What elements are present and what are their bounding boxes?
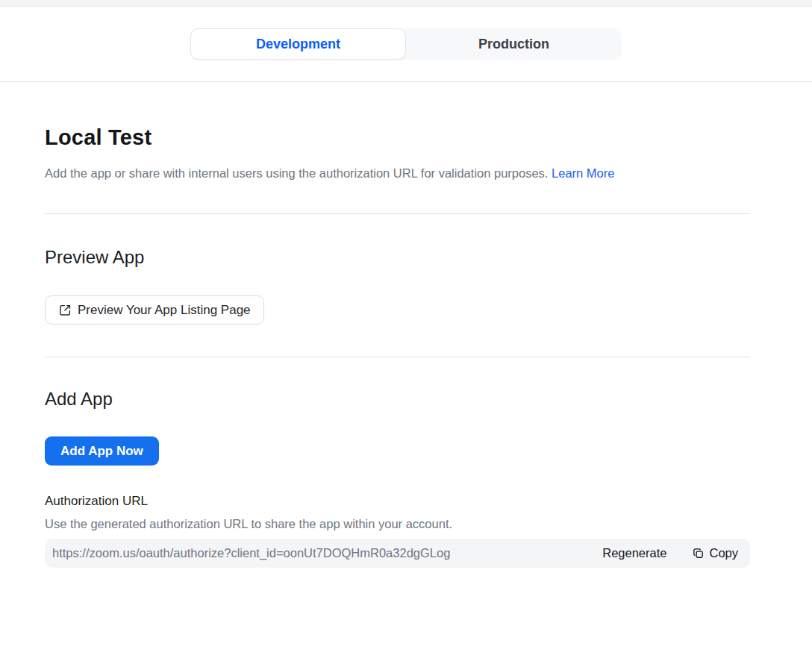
copy-icon [692,547,705,560]
preview-app-listing-button[interactable]: Preview Your App Listing Page [45,295,264,325]
tab-production-label: Production [478,37,549,52]
page-top-strip [0,0,812,7]
local-test-page: Local Test Add the app or share with int… [0,125,812,568]
add-app-now-button[interactable]: Add App Now [45,436,159,466]
preview-app-section: Preview App Preview Your App Listing Pag… [45,247,750,325]
tab-production[interactable]: Production [406,28,622,60]
authorization-url-description: Use the generated authorization URL to s… [45,517,750,531]
page-description: Add the app or share with internal users… [45,165,750,181]
preview-app-listing-label: Preview Your App Listing Page [78,303,251,318]
tab-development[interactable]: Development [190,28,406,60]
external-link-icon [58,303,72,317]
section-divider [45,357,750,357]
environment-header: Development Production [0,7,812,82]
copy-button[interactable]: Copy [692,546,738,560]
section-divider [45,213,750,214]
regenerate-button[interactable]: Regenerate [602,546,666,560]
add-app-heading: Add App [45,389,750,410]
add-app-now-label: Add App Now [60,444,143,459]
preview-app-heading: Preview App [45,247,750,268]
regenerate-label: Regenerate [602,546,666,560]
authorization-url-label: Authorization URL [45,494,750,509]
authorization-url-bar: https://zoom.us/oauth/authorize?client_i… [45,539,750,568]
page-title: Local Test [45,125,750,150]
copy-label: Copy [709,546,738,560]
authorization-url-value: https://zoom.us/oauth/authorize?client_i… [52,546,589,560]
page-description-text: Add the app or share with internal users… [45,166,548,180]
add-app-section: Add App Add App Now Authorization URL Us… [45,389,750,568]
environment-switcher: Development Production [190,28,622,60]
learn-more-link[interactable]: Learn More [552,166,614,180]
tab-development-label: Development [256,37,340,52]
